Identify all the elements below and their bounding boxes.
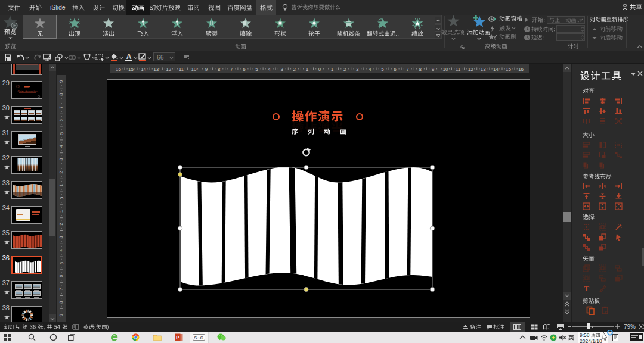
svg-text:6: 6 [394, 67, 397, 72]
svg-text:8: 8 [59, 93, 64, 96]
svg-text:13: 13 [481, 67, 486, 72]
svg-text:12: 12 [166, 67, 171, 72]
svg-text:14: 14 [493, 67, 499, 72]
svg-text:8: 8 [419, 67, 422, 72]
svg-text:7: 7 [59, 288, 64, 291]
svg-text:5: 5 [59, 132, 64, 135]
svg-text:8: 8 [218, 67, 221, 72]
svg-text:5: 5 [255, 67, 258, 72]
svg-text:4: 4 [268, 67, 271, 72]
svg-text:10: 10 [191, 67, 197, 72]
svg-text:4: 4 [59, 248, 64, 251]
svg-text:6: 6 [59, 275, 64, 277]
svg-text:12: 12 [468, 67, 473, 72]
svg-text:9: 9 [59, 80, 64, 83]
svg-text:9: 9 [432, 67, 435, 72]
svg-text:7: 7 [406, 67, 409, 72]
svg-text:11: 11 [456, 67, 461, 72]
svg-text:6: 6 [243, 67, 246, 72]
svg-text:9: 9 [205, 67, 208, 72]
svg-text:3: 3 [280, 67, 283, 72]
svg-text:16: 16 [116, 67, 121, 72]
svg-text:7: 7 [59, 106, 64, 109]
svg-text:2: 2 [293, 67, 296, 72]
svg-text:8: 8 [59, 301, 64, 304]
svg-text:0: 0 [318, 67, 321, 72]
svg-text:4: 4 [59, 145, 64, 148]
svg-text:P: P [176, 335, 179, 341]
svg-text:2: 2 [59, 171, 64, 174]
svg-text:15: 15 [506, 67, 511, 72]
svg-text:14: 14 [141, 67, 146, 72]
svg-text:5: 5 [59, 261, 64, 264]
svg-text:9: 9 [59, 313, 64, 316]
svg-text:0: 0 [59, 197, 64, 199]
svg-text:1: 1 [59, 183, 64, 186]
svg-text:2: 2 [59, 223, 64, 226]
svg-text:Enter Animation: Enter Animation [17, 89, 38, 92]
svg-text:2: 2 [343, 67, 346, 72]
svg-text:5: 5 [381, 67, 384, 72]
svg-text:4: 4 [369, 67, 371, 72]
svg-text:7: 7 [230, 67, 233, 72]
svg-text:3: 3 [59, 158, 64, 161]
svg-text:10: 10 [443, 67, 448, 72]
svg-text:3: 3 [356, 67, 359, 72]
svg-text:1: 1 [306, 67, 309, 72]
svg-text:15: 15 [128, 67, 134, 72]
svg-text:16: 16 [518, 67, 524, 72]
svg-text:6: 6 [59, 119, 64, 121]
svg-text:11: 11 [179, 67, 184, 72]
svg-text:1: 1 [59, 210, 64, 213]
svg-text:3: 3 [59, 236, 64, 239]
svg-text:13: 13 [153, 67, 159, 72]
svg-text:1: 1 [331, 67, 334, 72]
